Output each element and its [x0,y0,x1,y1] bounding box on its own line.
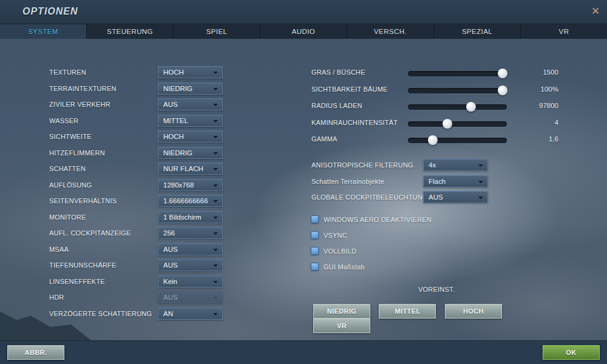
slider-label: RADIUS LADEN [311,102,362,109]
slider-row-gras-buesche: GRAS / BÜSCHE 1500 [0,64,607,81]
slider-label: KAMINRAUCHINTENSITÄT [311,119,398,126]
setting-label: HITZEFLIMMERN [49,149,105,157]
tab-bar: SYSTEM STEUERUNG SPIEL AUDIO VERSCH. SPE… [0,24,607,39]
title-bar: OPTIONEN ✕ [0,0,607,24]
vollbild-checkbox[interactable] [311,247,319,255]
slider-label: GAMMA [311,135,337,143]
checkbox-label: VOLLBILD [324,248,356,255]
preset-vr-button[interactable]: VR [313,318,370,333]
gras-buesche-slider[interactable] [408,71,507,76]
tab-spezial[interactable]: SPEZIAL [434,24,521,39]
tab-steuerung[interactable]: STEUERUNG [87,24,174,39]
chevron-down-icon [478,181,483,183]
cancel-button[interactable]: ABBR. [7,345,64,360]
preset-niedrig-button[interactable]: NIEDRIG [313,304,370,318]
preset-hoch-button[interactable]: HOCH [445,304,502,318]
setting-row-verzoegerte-schattierung: VERZÖGERTE SCHATTIERUNG AN [0,306,304,322]
slider-row-sichtbarkeit-baeume: SICHTBARKEIT BÄUME 100% [0,81,607,98]
slider-label: SICHTBARKEIT BÄUME [311,86,388,93]
tab-system[interactable]: SYSTEM [0,24,87,39]
linseneffekte-dropdown[interactable]: Kein [158,275,223,288]
globale-cockpitbeleuchtung-dropdown[interactable]: AUS [423,191,488,203]
preset-mittel-button[interactable]: MITTEL [379,304,436,318]
chevron-down-icon [478,197,483,199]
dropdown-value: AUS [163,292,178,303]
checkbox-row-windows-aero: WINDOWS AERO DEAKTIVIEREN [0,212,364,228]
right-dropdown-column: ANISOTROPISCHE FILTERUNG 4x Schatten Ter… [0,157,607,206]
chevron-down-icon [213,152,218,155]
dropdown-value: Kein [163,276,177,287]
dropdown-value: NIEDRIG [163,147,192,158]
schatten-terrainobjekte-dropdown[interactable]: Flach [423,175,488,187]
preset-buttons: NIEDRIG MITTEL HOCH VR [313,304,568,333]
slider-knob[interactable] [466,102,476,112]
setting-row-schatten-terrainobjekte: Schatten Terrainobjekte Flach [0,174,607,190]
slider-value: 1500 [510,69,558,76]
slider-label: GRAS / BÜSCHE [311,69,365,76]
gui-massstab-checkbox[interactable] [311,263,319,271]
setting-label: Schatten Terrainobjekte [311,178,384,185]
checkbox-row-gui-massstab: GUI Maßstab [0,259,364,275]
sichtbarkeit-baeume-slider[interactable] [408,88,507,93]
anisotropische-filterung-dropdown[interactable]: 4x [423,159,488,171]
windows-aero-checkbox[interactable] [311,215,319,223]
checkbox-label: GUI Maßstab [324,263,365,271]
slider-column: GRAS / BÜSCHE 1500 SICHTBARKEIT BÄUME 10… [0,64,607,148]
presets-title: VOREINST. [313,286,560,293]
setting-row-anisotropische-filterung: ANISOTROPISCHE FILTERUNG 4x [0,157,607,174]
slider-knob[interactable] [498,69,507,78]
checkbox-column: WINDOWS AERO DEAKTIVIEREN VSYNC VOLLBILD… [0,212,364,275]
slider-row-radius-laden: RADIUS LADEN 97800 [0,98,607,115]
slider-row-gamma: GAMMA 1.6 [0,131,607,148]
radius-laden-slider[interactable] [408,104,507,110]
tab-vr[interactable]: VR [521,24,607,39]
tab-audio[interactable]: AUDIO [260,24,347,39]
chevron-down-icon [213,281,218,283]
slider-knob[interactable] [443,119,452,129]
checkbox-row-vollbild: VOLLBILD [0,243,364,259]
setting-row-globale-cockpitbeleuchtung: GLOBALE COCKPITBELEUCHTUNG AUS [0,189,607,206]
close-icon[interactable]: ✕ [589,5,602,18]
dropdown-value: AUS [429,192,443,203]
setting-label: LINSENEFFEKTE [49,278,105,285]
tab-spiel[interactable]: SPIEL [174,24,260,39]
checkbox-row-vsync: VSYNC [0,228,364,243]
chevron-down-icon [478,164,483,167]
setting-label: VERZÖGERTE SCHATTIERUNG [49,310,152,317]
slider-value: 4 [510,119,558,126]
slider-knob[interactable] [428,135,438,145]
setting-row-hdr: HDR AUS [0,289,304,306]
hdr-dropdown: AUS [158,291,223,303]
gamma-slider[interactable] [408,138,507,143]
checkbox-label: WINDOWS AERO DEAKTIVIEREN [324,216,432,223]
setting-label: ANISOTROPISCHE FILTERUNG [311,161,413,169]
kaminrauchintensitaet-slider[interactable] [408,121,507,127]
vsync-checkbox[interactable] [311,231,319,239]
slider-knob[interactable] [498,86,507,95]
chevron-down-icon [213,297,218,299]
checkbox-label: VSYNC [324,232,347,239]
dropdown-value: Flach [429,176,446,187]
options-window: OPTIONEN ✕ SYSTEM STEUERUNG SPIEL AUDIO … [0,0,607,364]
tab-versch[interactable]: VERSCH. [347,24,434,39]
dropdown-value: 4x [429,160,436,170]
dropdown-value: AN [163,308,173,319]
verzoegerte-schattierung-dropdown[interactable]: AN [158,308,223,320]
setting-label: HDR [49,294,64,301]
slider-value: 1.6 [510,135,558,143]
ok-button[interactable]: OK [543,345,600,360]
slider-row-kaminrauchintensitaet: KAMINRAUCHINTENSITÄT 4 [0,115,607,132]
slider-value: 97800 [510,102,558,109]
chevron-down-icon [213,313,218,315]
footer-bar: ABBR. OK [0,340,607,364]
setting-label: GLOBALE COCKPITBELEUCHTUNG [311,194,428,201]
settings-panel: TEXTUREN HOCH TERRAINTEXTUREN NIEDRIG ZI… [0,39,607,340]
setting-row-linseneffekte: LINSENEFFEKTE Kein [0,274,304,290]
slider-value: 100% [510,86,558,93]
window-title: OPTIONEN [22,6,78,17]
